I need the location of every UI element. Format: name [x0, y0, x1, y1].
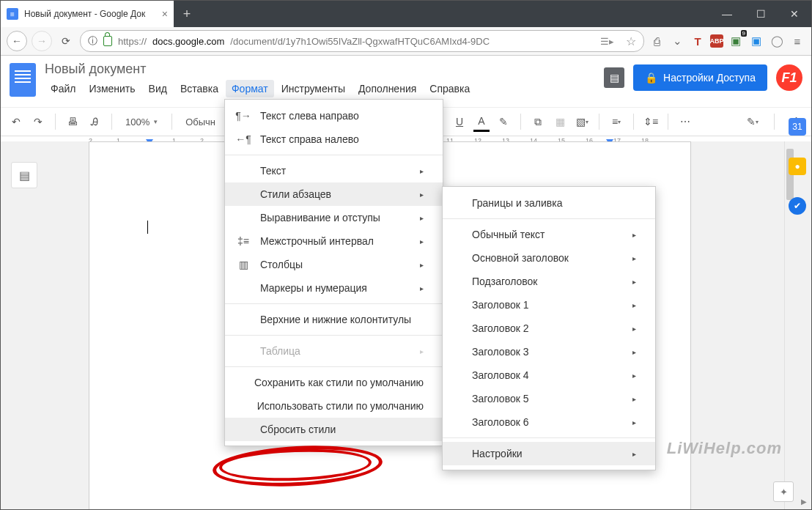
format-use-default[interactable]: Использовать стили по умолчанию	[225, 394, 443, 418]
nav-reload-button[interactable]: ⟳	[56, 32, 75, 51]
styles-settings[interactable]: Настройки▸	[443, 442, 655, 465]
label: Текст справа налево	[260, 133, 359, 145]
styles-normal[interactable]: Обычный текст▸	[443, 223, 655, 246]
highlight-button[interactable]: ✎	[495, 113, 512, 130]
maximize-button[interactable]: ☐	[744, 1, 778, 27]
side-panel: 31 ● ✔	[785, 118, 810, 215]
label: Выравнивание и отступы	[260, 212, 380, 223]
label: Сохранить как стили по умолчанию	[254, 377, 424, 388]
nav-forward-button[interactable]: →	[32, 31, 52, 51]
label: Текст слева направо	[260, 110, 359, 122]
ext-t-icon[interactable]: T	[690, 33, 706, 49]
calendar-icon[interactable]: 31	[789, 118, 806, 136]
linespacing-button[interactable]: ⇕≡	[643, 113, 659, 130]
format-align[interactable]: Выравнивание и отступы▸	[225, 206, 443, 229]
menu-view[interactable]: Вид	[143, 80, 173, 97]
keep-icon[interactable]: ●	[789, 158, 806, 175]
label: Заголовок 1	[472, 299, 529, 311]
styles-h5[interactable]: Заголовок 5▸	[443, 387, 655, 410]
doc-title[interactable]: Новый документ	[45, 62, 595, 77]
menu-addons[interactable]: Дополнения	[353, 80, 422, 97]
insert-comment-button[interactable]: ▦	[552, 113, 568, 130]
styles-h4[interactable]: Заголовок 4▸	[443, 363, 655, 387]
format-paragraph-styles[interactable]: Стили абзацев▸	[225, 182, 443, 206]
style-dropdown[interactable]: Обычн	[181, 117, 220, 128]
insert-image-button[interactable]: ▧▾	[574, 113, 590, 130]
paint-format-button[interactable]: Ꭿ	[86, 113, 103, 130]
format-save-default[interactable]: Сохранить как стили по умолчанию	[225, 371, 443, 394]
url-field[interactable]: ⓘ https://docs.google.com/document/d/1y7…	[80, 30, 644, 52]
format-text[interactable]: Текст▸	[225, 159, 443, 182]
label: Маркеры и нумерация	[260, 282, 367, 294]
menu-tools[interactable]: Инструменты	[276, 80, 351, 97]
underline-button[interactable]: U	[451, 113, 468, 130]
styles-title[interactable]: Основной заголовок▸	[443, 246, 655, 270]
format-reset-styles[interactable]: Сбросить стили	[225, 418, 443, 441]
browser-tab[interactable]: ≡ Новый документ - Google Док ×	[1, 1, 174, 27]
label: Заголовок 5	[472, 393, 529, 404]
align-button[interactable]: ≡▾	[608, 113, 624, 130]
menu-format[interactable]: Формат	[226, 80, 274, 97]
print-button[interactable]: 🖶	[64, 113, 81, 130]
format-linespacing[interactable]: ‡≡Межстрочный интервал▸	[225, 229, 443, 253]
label: Заголовок 2	[472, 322, 529, 334]
menu-insert[interactable]: Вставка	[174, 80, 224, 97]
menu-edit[interactable]: Изменить	[83, 80, 141, 97]
label: Межстрочный интервал	[260, 235, 374, 247]
label: Заголовок 4	[472, 369, 529, 381]
ext-msg-icon[interactable]: ▣9	[728, 33, 744, 49]
format-menu: ¶→Текст слева направо ←¶Текст справа нал…	[224, 99, 443, 446]
label: Основной заголовок	[472, 252, 569, 264]
format-rtl[interactable]: ←¶Текст справа налево	[225, 128, 443, 151]
rtl-icon: ←¶	[237, 133, 250, 145]
nav-back-button[interactable]: ←	[7, 31, 27, 51]
redo-button[interactable]: ↷	[30, 113, 46, 130]
styles-borders[interactable]: Границы и заливка	[443, 191, 655, 215]
format-ltr[interactable]: ¶→Текст слева направо	[225, 104, 443, 128]
ext-cam-icon[interactable]: ▣	[748, 33, 764, 49]
tab-close-icon[interactable]: ×	[162, 8, 168, 20]
close-window-button[interactable]: ✕	[778, 1, 811, 27]
bookmark-star-icon[interactable]: ☆	[626, 34, 636, 48]
outline-toggle-button[interactable]: ▤	[11, 162, 37, 188]
explore-button[interactable]: ✦	[773, 481, 794, 502]
label: Настройки	[472, 448, 523, 459]
f1-logo-icon[interactable]: F1	[776, 64, 802, 91]
share-button[interactable]: 🔒 Настройки Доступа	[633, 64, 767, 91]
ext-pocket-icon[interactable]: ⌄	[669, 33, 685, 49]
label: Заголовок 3	[472, 346, 529, 358]
browser-menu-icon[interactable]: ≡	[789, 33, 805, 49]
menu-help[interactable]: Справка	[424, 80, 476, 97]
profile-icon[interactable]: ◯	[769, 33, 785, 49]
readermode-icon[interactable]: ☰▸	[600, 36, 614, 47]
url-prefix: https://	[118, 36, 147, 47]
label: Верхние и нижние колонтитулы	[260, 314, 411, 325]
undo-button[interactable]: ↶	[8, 113, 24, 130]
minimize-button[interactable]: —	[710, 1, 744, 27]
zoom-dropdown[interactable]: 100%▼	[121, 117, 163, 128]
label: Сбросить стили	[260, 424, 336, 435]
docs-favicon-icon: ≡	[7, 8, 18, 20]
styles-h6[interactable]: Заголовок 6▸	[443, 410, 655, 434]
new-tab-button[interactable]: +	[174, 1, 200, 27]
styles-h3[interactable]: Заголовок 3▸	[443, 340, 655, 363]
styles-h2[interactable]: Заголовок 2▸	[443, 317, 655, 340]
hscroll-right-button[interactable]: ▶	[798, 496, 809, 507]
format-headers-footers[interactable]: Верхние и нижние колонтитулы	[225, 308, 443, 331]
docs-logo-icon[interactable]	[10, 63, 36, 97]
ext-library-icon[interactable]: ⎙	[649, 33, 665, 49]
more-button[interactable]: ⋯	[677, 113, 693, 130]
format-bullets[interactable]: Маркеры и нумерация▸	[225, 276, 443, 300]
format-table: Таблица▸	[225, 339, 443, 363]
format-columns[interactable]: ▥Столбцы▸	[225, 253, 443, 276]
comments-icon[interactable]: ▤	[604, 67, 624, 88]
styles-h1[interactable]: Заголовок 1▸	[443, 293, 655, 317]
styles-subtitle[interactable]: Подзаголовок▸	[443, 270, 655, 293]
text-color-button[interactable]: A	[473, 112, 490, 132]
tasks-icon[interactable]: ✔	[789, 197, 806, 215]
insert-link-button[interactable]: ⧉	[530, 113, 546, 130]
menu-file[interactable]: Файл	[45, 80, 81, 97]
ext-abp-icon[interactable]: ABP	[710, 34, 723, 48]
label: Границы и заливка	[472, 197, 562, 209]
editing-mode-button[interactable]: ✎ ▾	[745, 113, 761, 130]
